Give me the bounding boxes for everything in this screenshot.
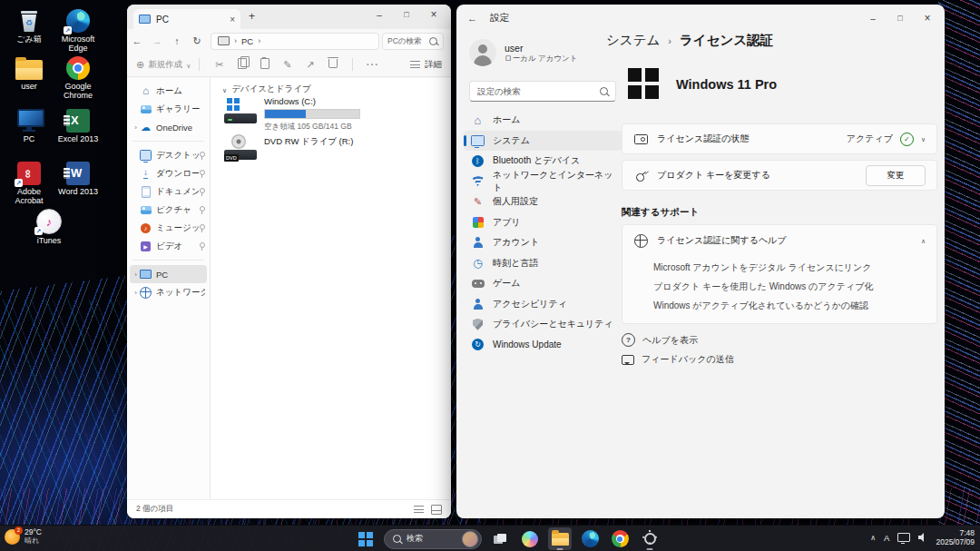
nav-item-gaming[interactable]: ゲーム — [464, 273, 622, 294]
settings-taskbar-button[interactable] — [638, 527, 662, 550]
close-button[interactable] — [914, 8, 941, 28]
nav-item-network-internet[interactable]: ネットワークとインターネット — [464, 172, 622, 192]
paste-button[interactable] — [253, 58, 276, 71]
nav-item-privacy-security[interactable]: プライバシーとセキュリティ — [464, 314, 622, 335]
sidebar-item-gallery[interactable]: ギャラリー — [130, 100, 207, 118]
task-view-button[interactable] — [488, 527, 512, 550]
ime-indicator[interactable]: A — [884, 533, 889, 543]
desktop-icon-chrome[interactable]: Google Chrome — [54, 53, 102, 100]
computer-icon — [218, 36, 230, 45]
expand-chevron-icon[interactable] — [132, 123, 140, 132]
nav-item-accounts[interactable]: アカウント — [464, 232, 622, 253]
nav-item-apps[interactable]: アプリ — [464, 212, 622, 233]
back-button[interactable] — [467, 13, 477, 24]
desktop-icon-user-folder[interactable]: user — [5, 53, 53, 91]
thumbnail-view-toggle[interactable] — [431, 505, 442, 515]
folder-icon — [552, 533, 569, 546]
sidebar-item-desktop[interactable]: デスクトップ — [130, 146, 207, 164]
activation-help-header[interactable]: ライセンス認証に関するヘルプ — [622, 225, 936, 256]
settings-search-box[interactable] — [469, 81, 616, 102]
breadcrumb[interactable]: PC — [211, 33, 379, 50]
explorer-search-box[interactable] — [382, 33, 444, 50]
accessibility-icon — [471, 297, 485, 310]
breadcrumb-segment[interactable]: PC — [241, 36, 253, 46]
taskbar-clock[interactable]: 7:48 2025/07/09 — [936, 528, 975, 546]
chevron-down-icon[interactable] — [921, 135, 926, 143]
minimize-button[interactable] — [859, 8, 887, 28]
hidden-icons-chevron[interactable] — [870, 534, 876, 542]
copy-button[interactable] — [230, 58, 253, 71]
minimize-button[interactable] — [366, 5, 393, 25]
sidebar-item-home[interactable]: ホーム — [130, 82, 207, 100]
desktop-icon-word[interactable]: W Word 2013 — [54, 158, 102, 196]
cut-button[interactable] — [208, 59, 230, 71]
dvd-drive-item[interactable]: DVD RW ドライブ (R:) — [264, 136, 353, 148]
copilot-button[interactable] — [518, 527, 542, 550]
nav-item-accessibility[interactable]: アクセシビリティ — [464, 294, 622, 315]
settings-search-input[interactable] — [477, 86, 600, 96]
desktop-icon-recycle-bin[interactable]: ♻ ごみ箱 — [5, 5, 53, 44]
new-tab-button[interactable] — [249, 10, 255, 23]
breadcrumb-system[interactable]: システム — [606, 32, 660, 49]
sidebar-item-pictures[interactable]: ピクチャ — [130, 201, 207, 219]
tab-close-icon[interactable] — [230, 15, 235, 25]
activation-state-row[interactable]: ライセンス認証の状態 アクティブ — [622, 123, 937, 154]
expand-chevron-icon[interactable] — [132, 289, 140, 297]
taskbar-weather-widget[interactable]: 2 29°C 晴れ — [5, 528, 42, 545]
maximize-button[interactable] — [393, 5, 420, 25]
file-explorer-taskbar-button[interactable] — [548, 527, 572, 550]
chrome-taskbar-button[interactable] — [608, 527, 632, 550]
list-view-toggle[interactable] — [414, 506, 424, 514]
up-button[interactable] — [167, 35, 187, 46]
delete-button[interactable] — [321, 59, 344, 70]
desktop-icon-pc[interactable]: PC — [5, 105, 53, 143]
nav-item-system[interactable]: システム — [464, 131, 622, 152]
back-button[interactable] — [127, 35, 147, 46]
settings-window: 設定 user ローカル アカウント ホーム システム — [456, 5, 945, 518]
nav-item-windows-update[interactable]: Windows Update — [464, 335, 622, 356]
send-feedback-link[interactable]: フィードバックの送信 — [622, 353, 734, 366]
more-options-button[interactable] — [361, 59, 384, 70]
sidebar-item-network[interactable]: ネットワーク — [130, 283, 207, 301]
network-icon[interactable] — [897, 533, 910, 542]
sidebar-item-downloads[interactable]: ダウンロード — [130, 164, 207, 182]
new-item-button[interactable]: 新規作成 — [136, 59, 191, 71]
forward-button[interactable] — [147, 35, 167, 46]
help-link-digital-license[interactable]: Microsoft アカウントをデジタル ライセンスにリンク — [653, 261, 926, 274]
sidebar-item-videos[interactable]: ビデオ — [130, 237, 207, 255]
desktop-icon-excel[interactable]: X Excel 2013 — [54, 105, 102, 143]
sidebar-item-pc[interactable]: PC — [130, 265, 207, 283]
collapse-chevron-icon[interactable] — [222, 84, 227, 94]
start-button[interactable] — [354, 527, 377, 550]
speaker-icon[interactable] — [918, 533, 927, 542]
close-button[interactable] — [420, 5, 447, 25]
share-button[interactable] — [299, 59, 321, 71]
change-product-key-button[interactable]: 変更 — [866, 165, 926, 186]
refresh-button[interactable] — [187, 35, 207, 47]
active-check-icon — [900, 133, 914, 146]
maximize-button[interactable] — [887, 8, 914, 28]
explorer-tab-pc[interactable]: PC — [133, 9, 240, 29]
sidebar-item-documents[interactable]: ドキュメント — [130, 182, 207, 201]
desktop-icon-itunes[interactable]: ♪ iTunes — [25, 207, 73, 245]
nav-item-home[interactable]: ホーム — [464, 110, 622, 131]
desktop-icon-edge[interactable]: Microsoft Edge — [54, 5, 102, 53]
expand-chevron-icon[interactable] — [132, 271, 140, 279]
help-link-check-activation[interactable]: Windows がアクティブ化されているかどうかの確認 — [653, 300, 926, 312]
drive-c-item[interactable]: Windows (C:) 空き領域 105 GB/141 GB — [264, 96, 360, 133]
chevron-up-icon[interactable] — [921, 237, 926, 245]
user-account-block[interactable]: user ローカル アカウント — [469, 39, 577, 66]
get-help-link[interactable]: ヘルプを表示 — [622, 333, 698, 347]
rename-button[interactable] — [276, 59, 299, 71]
desktop-icon-acrobat[interactable]: ∞ Adobe Acrobat — [5, 158, 53, 205]
nav-item-time-language[interactable]: 時刻と言語 — [464, 253, 622, 274]
explorer-search-input[interactable] — [387, 36, 429, 45]
sidebar-item-onedrive[interactable]: OneDrive — [130, 118, 207, 136]
taskbar-search[interactable]: 検索 — [384, 529, 482, 549]
group-header-devices-drives[interactable]: デバイスとドライブ — [222, 84, 311, 95]
view-details-button[interactable]: 詳細 — [410, 59, 442, 71]
nav-item-personalization[interactable]: 個人用設定 — [464, 192, 622, 212]
sidebar-item-music[interactable]: ミュージック — [130, 219, 207, 237]
help-link-product-key-activation[interactable]: プロダクト キーを使用した Windows のアクティブ化 — [653, 280, 926, 293]
edge-taskbar-button[interactable] — [578, 527, 602, 550]
